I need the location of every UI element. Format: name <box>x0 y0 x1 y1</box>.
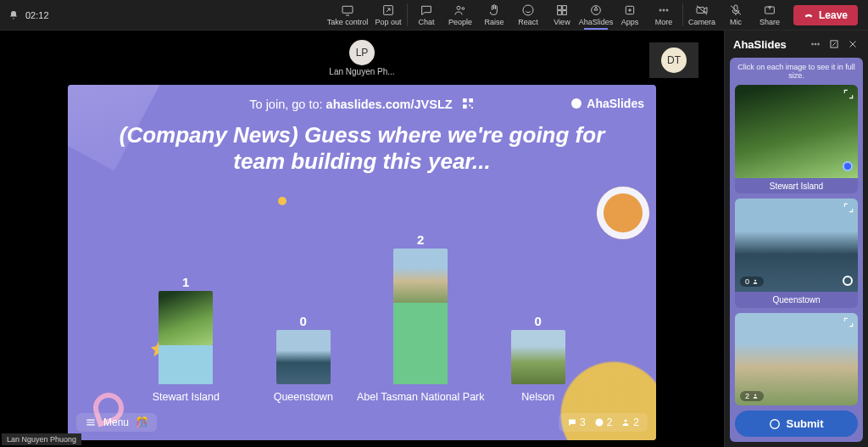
submit-label: Submit <box>786 417 823 430</box>
panel-title: AhaSlides <box>733 38 787 51</box>
poll-option-nelson: 0 Nelson <box>483 314 593 403</box>
svg-point-2 <box>457 6 460 9</box>
poll-option-abel-tasman: 2 Abel Tasman National Park <box>365 232 476 403</box>
qr-icon <box>461 97 475 110</box>
option-caption: Stewart Island <box>735 178 858 193</box>
submit-button[interactable]: Submit <box>735 411 858 437</box>
poll-option-queenstown: 0 Queenstown <box>248 314 359 403</box>
bar-label: Stewart Island <box>153 391 220 403</box>
chat-button[interactable]: Chat <box>409 0 443 30</box>
avatar: LP <box>349 40 375 65</box>
participants-strip: LP Lan Nguyen Ph... DT <box>0 31 724 85</box>
view-label: View <box>554 18 570 26</box>
join-url: ahaslides.com/JVSLZ <box>326 98 453 111</box>
participant-tile-other[interactable]: DT <box>649 42 698 78</box>
vote-option-abel-tasman[interactable]: 2 <box>735 313 858 405</box>
option-thumb <box>159 291 213 345</box>
popout-label: Pop out <box>375 18 401 26</box>
svg-rect-0 <box>342 6 353 13</box>
join-prefix: To join, go to: <box>249 98 326 111</box>
slide-footer-counts: 3 ?2 2 <box>559 413 648 432</box>
raise-hand-button[interactable]: Raise <box>477 0 511 30</box>
svg-point-11 <box>659 9 661 11</box>
view-button[interactable]: View <box>545 0 579 30</box>
notification-icon <box>8 10 19 20</box>
option-thumb <box>393 249 448 303</box>
react-label: React <box>518 18 538 26</box>
vote-option-stewart-island[interactable]: Stewart Island <box>735 85 858 193</box>
camera-button[interactable]: Camera <box>685 0 719 30</box>
take-control-label: Take control <box>327 18 369 26</box>
svg-rect-17 <box>463 98 467 103</box>
svg-rect-19 <box>463 104 467 109</box>
confetti-icon[interactable]: 🎊 <box>136 416 148 428</box>
radio-icon[interactable] <box>843 276 853 286</box>
share-button[interactable]: Share <box>753 0 787 30</box>
panel-popout-icon[interactable] <box>827 37 841 51</box>
camera-label: Camera <box>688 18 715 26</box>
avatar: DT <box>661 47 687 73</box>
option-image[interactable]: 2 <box>735 313 858 405</box>
option-image[interactable]: 0 <box>735 198 858 292</box>
leave-button[interactable]: Leave <box>793 5 858 25</box>
slide-menu-button[interactable]: Menu 🎊 <box>76 413 157 432</box>
panel-hint: Click on each image to see it in full si… <box>735 63 858 80</box>
mic-button[interactable]: Mic <box>719 0 753 30</box>
ahaslides-label: AhaSlides <box>579 18 614 26</box>
popout-button[interactable]: Pop out <box>371 0 405 30</box>
bar-label: Nelson <box>521 391 554 403</box>
share-label: Share <box>760 18 780 26</box>
expand-icon[interactable] <box>843 202 854 214</box>
svg-rect-7 <box>558 11 562 15</box>
people-count: 2 <box>620 416 639 428</box>
vote-option-queenstown[interactable]: 0 Queenstown <box>735 198 858 307</box>
expand-icon[interactable] <box>843 88 854 100</box>
presentation-slide: To join, go to: ahaslides.com/JVSLZ AhaS… <box>68 85 656 440</box>
teams-top-bar: 02:12 Take control Pop out Chat People R… <box>0 0 868 31</box>
poll-chart: 1 Stewart Island 0 Queenstown 2 A <box>127 195 597 403</box>
ahaslides-app-button[interactable]: AhaSlides <box>579 0 613 30</box>
chat-count: 3 <box>567 416 586 428</box>
bar-value: 1 <box>182 275 189 289</box>
ahaslides-brand: AhaSlides <box>570 97 644 110</box>
ahaslides-side-panel: AhaSlides Click on each image to see it … <box>724 31 868 447</box>
svg-point-27 <box>815 43 816 45</box>
apps-label: Apps <box>621 18 639 26</box>
svg-rect-14 <box>697 8 704 14</box>
menu-label: Menu <box>103 416 129 428</box>
panel-close-icon[interactable] <box>846 37 860 51</box>
more-button[interactable]: More <box>647 0 681 30</box>
leave-label: Leave <box>819 9 848 21</box>
react-button[interactable]: React <box>511 0 545 30</box>
participant-tile-presenter[interactable]: LP Lan Nguyen Ph... <box>329 40 394 76</box>
question-count: ?2 <box>594 416 613 428</box>
vote-count-badge: 0 <box>740 277 764 287</box>
svg-point-3 <box>462 8 465 10</box>
svg-rect-6 <box>563 6 567 10</box>
people-label: People <box>448 18 472 26</box>
bar-label: Queenstown <box>274 391 333 403</box>
expand-icon[interactable] <box>843 316 854 328</box>
brand-label: AhaSlides <box>587 97 644 110</box>
people-button[interactable]: People <box>443 0 477 30</box>
svg-point-12 <box>663 9 665 11</box>
svg-point-4 <box>523 5 533 15</box>
svg-point-31 <box>754 394 756 395</box>
svg-point-26 <box>812 43 814 45</box>
svg-point-30 <box>754 280 756 282</box>
chat-label: Chat <box>418 18 434 26</box>
bar-value: 2 <box>417 232 424 247</box>
svg-rect-8 <box>563 11 567 15</box>
apps-button[interactable]: Apps <box>613 0 647 30</box>
panel-more-icon[interactable] <box>809 37 822 51</box>
vote-count-badge: 2 <box>740 391 764 401</box>
svg-point-22 <box>571 98 581 109</box>
more-label: More <box>655 18 673 26</box>
svg-point-13 <box>666 9 668 11</box>
join-instruction: To join, go to: ahaslides.com/JVSLZ <box>68 97 656 111</box>
speaker-name-tag: Lan Nguyen Phuong <box>2 433 81 445</box>
option-image[interactable] <box>735 85 858 178</box>
raise-label: Raise <box>484 18 504 26</box>
option-thumb <box>276 330 331 384</box>
take-control-button[interactable]: Take control <box>324 0 371 30</box>
